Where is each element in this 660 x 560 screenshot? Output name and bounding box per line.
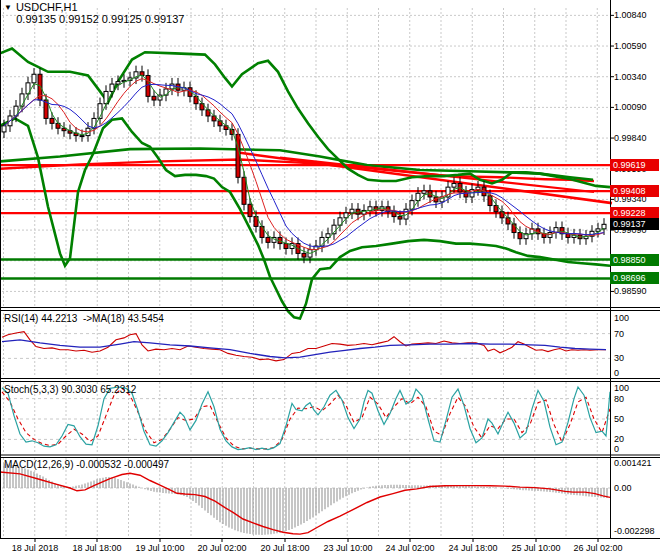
chart-symbol-period: USDCHF,H1 bbox=[16, 1, 78, 13]
indicator-axis-label: 0.001421 bbox=[614, 458, 652, 468]
price-grid-label: 0.99840 bbox=[614, 133, 647, 143]
indicator-axis-label: 0 bbox=[614, 444, 619, 454]
indicator-axis-label: 30 bbox=[614, 353, 624, 363]
time-axis-label: 18 Jul 18:00 bbox=[72, 543, 121, 553]
indicator-axis-label: 80 bbox=[614, 394, 624, 404]
time-axis-label: 23 Jul 10:00 bbox=[323, 543, 372, 553]
trading-chart-window: ▼USDCHF,H1 0.99135 0.99152 0.99125 0.991… bbox=[0, 0, 660, 560]
time-axis-label: 19 Jul 10:00 bbox=[135, 543, 184, 553]
time-axis-label: 18 Jul 2018 bbox=[12, 543, 59, 553]
stoch-indicator-label: Stoch(5,3,3) 90.3030 65.2312 bbox=[4, 384, 136, 395]
indicator-axis-label: -0.002298 bbox=[614, 526, 655, 536]
price-grid-label: 0.98590 bbox=[614, 286, 647, 296]
indicator-axis-label: 100 bbox=[614, 383, 629, 393]
chart-ohlc-values: 0.99135 0.99152 0.99125 0.99137 bbox=[16, 13, 184, 25]
indicator-axis-label: 0.00 bbox=[614, 483, 632, 493]
time-axis-label: 26 Jul 02:00 bbox=[573, 543, 622, 553]
indicator-axis-label: 100 bbox=[614, 313, 629, 323]
price-grid-label: 1.00090 bbox=[614, 102, 647, 112]
indicator-axis-label: 20 bbox=[614, 434, 624, 444]
level-price-badge: 0.99619 bbox=[610, 159, 659, 171]
price-grid-label: 1.00590 bbox=[614, 41, 647, 51]
level-price-badge: 0.99408 bbox=[610, 185, 659, 197]
level-price-badge: 0.98850 bbox=[610, 254, 659, 266]
level-price-badge: 0.98696 bbox=[610, 272, 659, 284]
chart-title: ▼USDCHF,H1 0.99135 0.99152 0.99125 0.991… bbox=[4, 1, 184, 25]
rsi-indicator-label: RSI(14) 44.2213 ->MA(18) 43.5454 bbox=[4, 313, 164, 324]
chart-canvas[interactable] bbox=[0, 0, 660, 560]
current-price-badge: 0.99137 bbox=[610, 218, 659, 230]
indicator-axis-label: 0 bbox=[614, 368, 619, 378]
price-grid-label: 1.00340 bbox=[614, 72, 647, 82]
time-axis-label: 20 Jul 18:00 bbox=[260, 543, 309, 553]
indicator-axis-label: 70 bbox=[614, 329, 624, 339]
chart-dropdown-arrow-icon[interactable]: ▼ bbox=[4, 3, 12, 12]
price-grid-label: 1.00840 bbox=[614, 10, 647, 20]
indicator-axis-label: 50 bbox=[614, 414, 624, 424]
time-axis-label: 20 Jul 02:00 bbox=[197, 543, 246, 553]
time-axis-label: 25 Jul 10:00 bbox=[511, 543, 560, 553]
time-axis-label: 24 Jul 18:00 bbox=[448, 543, 497, 553]
macd-indicator-label: MACD(12,26,9) -0.000532 -0.000497 bbox=[4, 459, 169, 470]
time-axis-label: 24 Jul 02:00 bbox=[385, 543, 434, 553]
